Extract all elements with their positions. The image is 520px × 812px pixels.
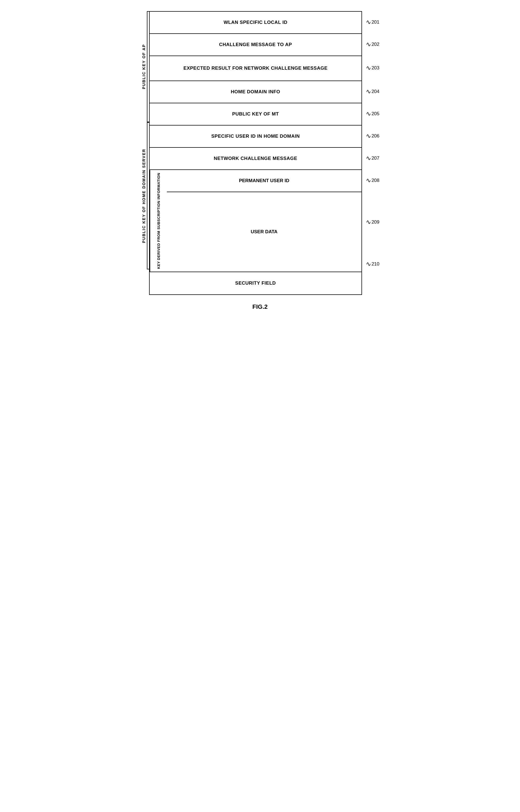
tilde-209: ∿ bbox=[366, 219, 371, 225]
ref-207: ∿ 207 bbox=[366, 147, 379, 170]
ref-202: ∿ 202 bbox=[366, 33, 379, 55]
cell-208: PERMANENT USER ID bbox=[167, 170, 362, 192]
ref-210: ∿ 210 bbox=[366, 253, 379, 276]
cell-209: USER DATA bbox=[167, 192, 362, 272]
tilde-205: ∿ bbox=[366, 111, 371, 117]
reference-numbers-column: ∿ 201 ∿ 202 ∿ 203 ∿ 204 ∿ 205 bbox=[366, 11, 379, 295]
refnum-204: 204 bbox=[371, 89, 379, 95]
cell-206: SPECIFIC USER ID IN HOME DOMAIN bbox=[150, 126, 362, 147]
ref-205: ∿ 205 bbox=[366, 103, 379, 125]
tilde-202: ∿ bbox=[366, 42, 371, 48]
ref-208: ∿ 208 bbox=[366, 170, 379, 192]
refnum-208: 208 bbox=[371, 178, 379, 183]
refnum-206: 206 bbox=[371, 133, 379, 139]
main-diagram: WLAN SPECIFIC LOCAL ID CHALLENGE MESSAGE… bbox=[149, 11, 362, 295]
tilde-208: ∿ bbox=[366, 177, 371, 183]
row-207: NETWORK CHALLENGE MESSAGE bbox=[150, 148, 362, 170]
tilde-201: ∿ bbox=[366, 19, 371, 25]
tilde-207: ∿ bbox=[366, 155, 371, 161]
cell-201: WLAN SPECIFIC LOCAL ID bbox=[150, 12, 362, 33]
cell-202: CHALLENGE MESSAGE TO AP bbox=[150, 34, 362, 55]
inner-label-key-derived: KEY DERIVED FROM SUBSCRIPTION INFORMATIO… bbox=[150, 170, 167, 272]
tilde-210: ∿ bbox=[366, 261, 371, 267]
ref-209: ∿ 209 bbox=[366, 192, 379, 253]
row-210: SECURITY FIELD bbox=[150, 272, 362, 294]
refnum-201: 201 bbox=[371, 20, 379, 25]
bracket-ap bbox=[147, 11, 149, 122]
refnum-205: 205 bbox=[371, 111, 379, 117]
ref-206: ∿ 206 bbox=[366, 125, 379, 147]
diagram-layout: PUBLIC KEY OF AP PUBLIC KEY OF HOME DOMA… bbox=[141, 11, 380, 295]
sub-rows-208-209: PERMANENT USER ID USER DATA bbox=[167, 170, 362, 272]
label-public-key-ap: PUBLIC KEY OF AP bbox=[141, 11, 147, 122]
table: WLAN SPECIFIC LOCAL ID CHALLENGE MESSAGE… bbox=[149, 11, 362, 295]
row-205: PUBLIC KEY OF MT bbox=[150, 103, 362, 126]
row-202: CHALLENGE MESSAGE TO AP bbox=[150, 34, 362, 56]
refnum-203: 203 bbox=[371, 65, 379, 71]
cell-207: NETWORK CHALLENGE MESSAGE bbox=[150, 148, 362, 170]
bracket-home bbox=[147, 122, 149, 269]
row-208-209: KEY DERIVED FROM SUBSCRIPTION INFORMATIO… bbox=[150, 170, 362, 272]
page-container: PUBLIC KEY OF AP PUBLIC KEY OF HOME DOMA… bbox=[135, 11, 385, 310]
cell-210: SECURITY FIELD bbox=[150, 272, 362, 294]
label-public-key-home: PUBLIC KEY OF HOME DOMAIN SERVER bbox=[141, 122, 147, 269]
cell-204: HOME DOMAIN INFO bbox=[150, 81, 362, 103]
row-203: EXPECTED RESULT FOR NETWORK CHALLENGE ME… bbox=[150, 56, 362, 81]
refnum-210: 210 bbox=[371, 261, 379, 267]
cell-205: PUBLIC KEY OF MT bbox=[150, 103, 362, 125]
refnum-209: 209 bbox=[371, 220, 379, 225]
tilde-206: ∿ bbox=[366, 133, 371, 139]
tilde-203: ∿ bbox=[366, 65, 371, 71]
row-201: WLAN SPECIFIC LOCAL ID bbox=[150, 12, 362, 34]
ref-204: ∿ 204 bbox=[366, 80, 379, 103]
refnum-202: 202 bbox=[371, 42, 379, 47]
cell-203: EXPECTED RESULT FOR NETWORK CHALLENGE ME… bbox=[150, 56, 362, 80]
refnum-207: 207 bbox=[371, 155, 379, 161]
row-206: SPECIFIC USER ID IN HOME DOMAIN bbox=[150, 126, 362, 148]
ref-203: ∿ 203 bbox=[366, 55, 379, 80]
row-204: HOME DOMAIN INFO bbox=[150, 81, 362, 103]
figure-label: FIG.2 bbox=[252, 303, 268, 310]
left-labels-area: PUBLIC KEY OF AP PUBLIC KEY OF HOME DOMA… bbox=[141, 11, 149, 295]
ref-201: ∿ 201 bbox=[366, 11, 379, 33]
tilde-204: ∿ bbox=[366, 88, 371, 95]
